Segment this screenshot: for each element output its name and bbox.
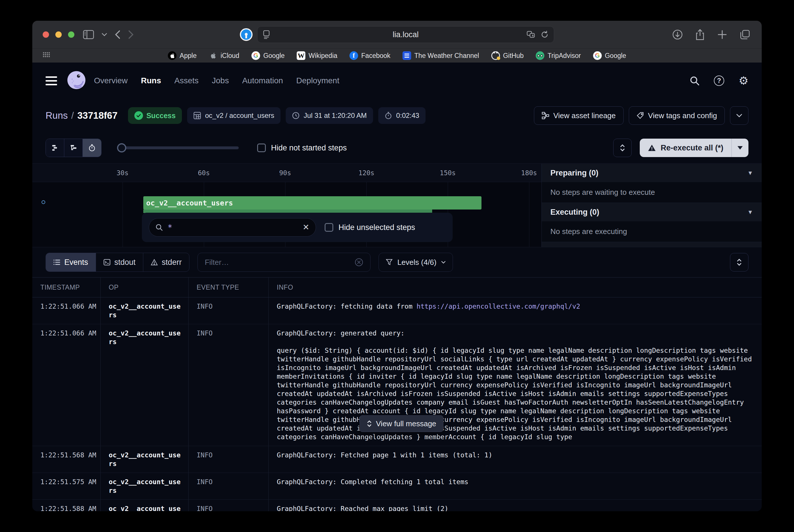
preparing-section-header[interactable]: Preparing (0) ▼ <box>542 164 762 182</box>
search-icon[interactable] <box>689 76 699 86</box>
job-tag[interactable]: oc_v2 / account_users <box>187 107 281 124</box>
gantt-chart[interactable]: oc_v2__account_users ✕ Hide unsele <box>32 182 542 247</box>
bookmark-google[interactable]: G Google <box>251 51 285 60</box>
preparing-section-body: No steps are waiting to execute <box>542 182 762 203</box>
bookmark-icloud[interactable]: iCloud <box>209 51 239 60</box>
timeline-section: 30s 60s 90s 120s 150s 180s oc_v2__accoun… <box>32 164 762 247</box>
view-asset-lineage-button[interactable]: View asset lineage <box>534 106 623 125</box>
url-text: lia.local <box>393 30 419 39</box>
nav-automation[interactable]: Automation <box>242 76 283 85</box>
bookmark-wikipedia[interactable]: W Wikipedia <box>297 51 337 60</box>
close-window-button[interactable] <box>43 32 49 38</box>
flat-view-icon[interactable] <box>46 139 64 157</box>
onepassword-icon[interactable] <box>240 28 252 41</box>
view-tags-config-button[interactable]: View tags and config <box>629 106 725 125</box>
breadcrumb-runs-link[interactable]: Runs <box>45 110 68 121</box>
logs-section: Events stdout stderr <box>32 247 762 511</box>
tab-events[interactable]: Events <box>46 253 96 271</box>
duration-tag[interactable]: 0:02:43 <box>378 107 426 124</box>
step-bar[interactable]: oc_v2__account_users <box>143 196 481 210</box>
downloads-icon[interactable] <box>672 30 683 40</box>
app-grid-icon[interactable] <box>43 52 50 59</box>
log-row[interactable]: 1:22:51.066 AM oc_v2__account_users INFO… <box>32 298 762 324</box>
expand-logs-button[interactable] <box>730 253 749 271</box>
waterfall-view-icon[interactable] <box>64 139 83 157</box>
log-row[interactable]: 1:22:51.568 AM oc_v2__account_users INFO… <box>32 446 762 473</box>
levels-dropdown[interactable]: Levels (4/6) <box>379 253 453 272</box>
sidebar-chevron-icon[interactable] <box>101 33 107 37</box>
expand-panel-button[interactable] <box>613 139 632 157</box>
start-time-tag[interactable]: Jul 31 at 1:20:20 AM <box>286 107 373 124</box>
bookmark-github[interactable]: GitHub <box>491 51 524 60</box>
clear-filter-icon[interactable] <box>355 258 363 267</box>
warning-triangle-icon <box>151 259 158 266</box>
bookmark-tripadvisor[interactable]: TripAdvisor <box>536 51 581 60</box>
browser-toolbar: lia.local <box>32 21 762 49</box>
settings-gear-icon[interactable]: ⚙ <box>739 75 749 86</box>
axis-tick: 60s <box>198 169 210 177</box>
log-event-type: INFO <box>189 473 269 499</box>
tab-stderr[interactable]: stderr <box>143 253 189 271</box>
zoom-window-button[interactable] <box>68 32 74 38</box>
github-icon <box>491 51 500 60</box>
run-actions-dropdown-button[interactable] <box>730 106 749 125</box>
bookmark-weather-channel[interactable]: The Weather Channel <box>402 51 479 60</box>
log-info: GraphQLFactory: fetching data from https… <box>269 298 762 324</box>
clear-search-icon[interactable]: ✕ <box>303 223 309 231</box>
help-icon[interactable]: ? <box>714 76 724 86</box>
bookmark-facebook[interactable]: f Facebook <box>349 51 390 60</box>
log-tabs: Events stdout stderr <box>45 253 189 272</box>
reload-icon[interactable] <box>541 31 549 39</box>
timing-view-icon[interactable] <box>83 139 101 157</box>
nav-jobs[interactable]: Jobs <box>212 76 229 85</box>
address-bar[interactable]: lia.local <box>257 26 554 43</box>
sidebar-toggle-icon[interactable] <box>83 30 94 39</box>
translate-icon[interactable] <box>527 31 535 38</box>
hide-unselected-row: Hide unselected steps <box>325 223 415 232</box>
steps-status-panel: Preparing (0) ▼ No steps are waiting to … <box>542 164 762 247</box>
nav-runs[interactable]: Runs <box>141 76 161 85</box>
stopwatch-icon <box>384 112 392 119</box>
errored-section-header[interactable]: Errored (0) ▼ <box>542 242 762 247</box>
log-info-link[interactable]: https://api.opencollective.com/graphql/v… <box>417 303 580 310</box>
log-row[interactable]: 1:22:51.575 AM oc_v2__account_users INFO… <box>32 473 762 500</box>
col-op[interactable]: OP <box>101 278 189 297</box>
executing-section-header[interactable]: Executing (0) ▼ <box>542 203 762 221</box>
back-icon[interactable] <box>115 30 120 39</box>
view-full-message-button[interactable]: View full message <box>360 415 443 432</box>
reexecute-dropdown-button[interactable] <box>732 139 749 157</box>
col-timestamp[interactable]: TIMESTAMP <box>32 278 101 297</box>
nav-overview[interactable]: Overview <box>94 76 128 85</box>
timeline-zoom-slider[interactable] <box>118 144 239 152</box>
log-timestamp: 1:22:51.066 AM <box>32 324 101 446</box>
bookmark-google-2[interactable]: G Google <box>593 51 626 60</box>
col-info[interactable]: INFO <box>269 278 762 297</box>
step-search-input[interactable] <box>168 223 298 232</box>
nav-deployment[interactable]: Deployment <box>296 76 339 85</box>
log-row[interactable]: 1:22:51.588 AM oc_v2__account_users INFO… <box>32 500 762 511</box>
dagster-logo[interactable] <box>67 71 86 91</box>
hide-not-started-checkbox[interactable] <box>257 144 266 152</box>
section-empty-text: No steps are waiting to execute <box>550 188 655 197</box>
step-marker-dot[interactable] <box>41 200 45 204</box>
bookmark-apple[interactable]: Apple <box>168 51 196 60</box>
duration: 0:02:43 <box>396 112 419 120</box>
reader-icon[interactable] <box>263 30 270 39</box>
nav-assets[interactable]: Assets <box>174 76 198 85</box>
minimize-window-button[interactable] <box>55 32 62 38</box>
collapse-triangle-icon: ▼ <box>747 170 753 176</box>
share-icon[interactable] <box>695 29 705 40</box>
forward-icon[interactable] <box>128 30 134 39</box>
reexecute-all-button[interactable]: Re-execute all (*) <box>640 139 732 157</box>
tab-overview-icon[interactable] <box>740 30 750 40</box>
hide-unselected-checkbox[interactable] <box>325 223 333 232</box>
view-mode-segment <box>45 139 101 157</box>
log-filter-input[interactable] <box>205 258 350 267</box>
run-id: 33718f67 <box>77 110 117 121</box>
col-event-type[interactable]: EVENT TYPE <box>189 278 269 297</box>
slider-knob[interactable] <box>117 143 126 152</box>
new-tab-icon[interactable] <box>717 30 727 39</box>
run-toolbar: Hide not started steps Re-execute all (*… <box>32 132 762 164</box>
tab-stdout[interactable]: stdout <box>96 253 144 271</box>
hamburger-menu-icon[interactable] <box>45 76 57 85</box>
